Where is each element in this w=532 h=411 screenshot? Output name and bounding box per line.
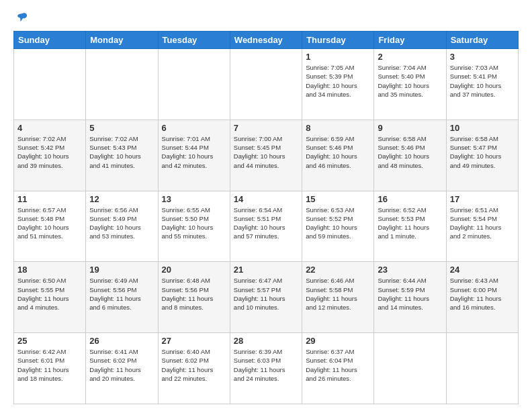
calendar-cell: 7Sunrise: 7:00 AM Sunset: 5:45 PM Daylig… (230, 120, 302, 191)
day-info: Sunrise: 6:52 AM Sunset: 5:53 PM Dayligh… (378, 205, 442, 241)
day-number: 25 (17, 336, 82, 346)
calendar-cell (446, 333, 518, 404)
day-info: Sunrise: 6:39 AM Sunset: 6:03 PM Dayligh… (234, 347, 298, 383)
day-info: Sunrise: 7:05 AM Sunset: 5:39 PM Dayligh… (306, 63, 370, 99)
calendar-cell: 14Sunrise: 6:54 AM Sunset: 5:51 PM Dayli… (230, 191, 302, 262)
weekday-header-friday: Friday (374, 32, 446, 49)
day-number: 22 (306, 265, 370, 275)
day-info: Sunrise: 6:48 AM Sunset: 5:56 PM Dayligh… (162, 276, 226, 312)
calendar-cell: 19Sunrise: 6:49 AM Sunset: 5:56 PM Dayli… (86, 262, 158, 333)
day-number: 17 (450, 194, 515, 204)
calendar-cell: 10Sunrise: 6:58 AM Sunset: 5:47 PM Dayli… (446, 120, 518, 191)
calendar-cell: 24Sunrise: 6:43 AM Sunset: 6:00 PM Dayli… (446, 262, 518, 333)
calendar-cell: 11Sunrise: 6:57 AM Sunset: 5:48 PM Dayli… (14, 191, 86, 262)
calendar-cell: 6Sunrise: 7:01 AM Sunset: 5:44 PM Daylig… (158, 120, 230, 191)
calendar-cell: 22Sunrise: 6:46 AM Sunset: 5:58 PM Dayli… (302, 262, 374, 333)
day-number: 24 (450, 265, 515, 275)
weekday-header-monday: Monday (86, 32, 158, 49)
weekday-header-sunday: Sunday (14, 32, 86, 49)
calendar-cell (374, 333, 446, 404)
weekday-header-saturday: Saturday (446, 32, 518, 49)
day-number: 1 (306, 52, 370, 62)
day-number: 21 (234, 265, 298, 275)
header (13, 11, 519, 26)
calendar-week-5: 25Sunrise: 6:42 AM Sunset: 6:01 PM Dayli… (14, 333, 519, 404)
calendar-week-2: 4Sunrise: 7:02 AM Sunset: 5:42 PM Daylig… (14, 120, 519, 191)
day-number: 16 (378, 194, 442, 204)
day-number: 15 (306, 194, 370, 204)
calendar-cell: 3Sunrise: 7:03 AM Sunset: 5:41 PM Daylig… (446, 49, 518, 120)
calendar-cell: 18Sunrise: 6:50 AM Sunset: 5:55 PM Dayli… (14, 262, 86, 333)
day-info: Sunrise: 6:57 AM Sunset: 5:48 PM Dayligh… (17, 205, 82, 241)
calendar-week-3: 11Sunrise: 6:57 AM Sunset: 5:48 PM Dayli… (14, 191, 519, 262)
day-number: 26 (89, 336, 154, 346)
calendar-cell: 2Sunrise: 7:04 AM Sunset: 5:40 PM Daylig… (374, 49, 446, 120)
calendar-cell: 29Sunrise: 6:37 AM Sunset: 6:04 PM Dayli… (302, 333, 374, 404)
calendar-cell: 5Sunrise: 7:02 AM Sunset: 5:43 PM Daylig… (86, 120, 158, 191)
day-info: Sunrise: 7:04 AM Sunset: 5:40 PM Dayligh… (378, 63, 442, 99)
calendar-cell: 16Sunrise: 6:52 AM Sunset: 5:53 PM Dayli… (374, 191, 446, 262)
day-info: Sunrise: 6:46 AM Sunset: 5:58 PM Dayligh… (306, 276, 370, 312)
calendar-cell: 12Sunrise: 6:56 AM Sunset: 5:49 PM Dayli… (86, 191, 158, 262)
calendar-cell: 4Sunrise: 7:02 AM Sunset: 5:42 PM Daylig… (14, 120, 86, 191)
calendar-week-1: 1Sunrise: 7:05 AM Sunset: 5:39 PM Daylig… (14, 49, 519, 120)
day-number: 5 (89, 123, 154, 133)
day-info: Sunrise: 6:37 AM Sunset: 6:04 PM Dayligh… (306, 347, 370, 383)
calendar-week-4: 18Sunrise: 6:50 AM Sunset: 5:55 PM Dayli… (14, 262, 519, 333)
calendar-cell (14, 49, 86, 120)
calendar-cell (86, 49, 158, 120)
calendar-cell: 13Sunrise: 6:55 AM Sunset: 5:50 PM Dayli… (158, 191, 230, 262)
day-info: Sunrise: 6:44 AM Sunset: 5:59 PM Dayligh… (378, 276, 442, 312)
calendar-cell: 25Sunrise: 6:42 AM Sunset: 6:01 PM Dayli… (14, 333, 86, 404)
day-info: Sunrise: 7:02 AM Sunset: 5:43 PM Dayligh… (89, 134, 154, 170)
calendar-cell: 20Sunrise: 6:48 AM Sunset: 5:56 PM Dayli… (158, 262, 230, 333)
day-info: Sunrise: 6:42 AM Sunset: 6:01 PM Dayligh… (17, 347, 82, 383)
day-info: Sunrise: 6:58 AM Sunset: 5:47 PM Dayligh… (450, 134, 515, 170)
day-info: Sunrise: 7:00 AM Sunset: 5:45 PM Dayligh… (234, 134, 298, 170)
calendar-cell: 21Sunrise: 6:47 AM Sunset: 5:57 PM Dayli… (230, 262, 302, 333)
calendar-cell: 17Sunrise: 6:51 AM Sunset: 5:54 PM Dayli… (446, 191, 518, 262)
day-info: Sunrise: 6:56 AM Sunset: 5:49 PM Dayligh… (89, 205, 154, 241)
calendar-table: SundayMondayTuesdayWednesdayThursdayFrid… (13, 31, 519, 404)
day-info: Sunrise: 6:49 AM Sunset: 5:56 PM Dayligh… (89, 276, 154, 312)
day-number: 9 (378, 123, 442, 133)
page: SundayMondayTuesdayWednesdayThursdayFrid… (0, 0, 532, 411)
day-number: 19 (89, 265, 154, 275)
calendar-cell (230, 49, 302, 120)
day-number: 20 (162, 265, 226, 275)
day-info: Sunrise: 6:41 AM Sunset: 6:02 PM Dayligh… (89, 347, 154, 383)
calendar-cell: 28Sunrise: 6:39 AM Sunset: 6:03 PM Dayli… (230, 333, 302, 404)
day-number: 12 (89, 194, 154, 204)
day-info: Sunrise: 6:58 AM Sunset: 5:46 PM Dayligh… (378, 134, 442, 170)
day-number: 11 (17, 194, 82, 204)
calendar-cell: 8Sunrise: 6:59 AM Sunset: 5:46 PM Daylig… (302, 120, 374, 191)
calendar-cell: 26Sunrise: 6:41 AM Sunset: 6:02 PM Dayli… (86, 333, 158, 404)
calendar-cell: 27Sunrise: 6:40 AM Sunset: 6:02 PM Dayli… (158, 333, 230, 404)
weekday-header-row: SundayMondayTuesdayWednesdayThursdayFrid… (14, 32, 519, 49)
calendar-cell: 1Sunrise: 7:05 AM Sunset: 5:39 PM Daylig… (302, 49, 374, 120)
day-info: Sunrise: 6:55 AM Sunset: 5:50 PM Dayligh… (162, 205, 226, 241)
logo (13, 11, 30, 26)
day-number: 7 (234, 123, 298, 133)
day-info: Sunrise: 6:51 AM Sunset: 5:54 PM Dayligh… (450, 205, 515, 241)
day-number: 8 (306, 123, 370, 133)
day-number: 13 (162, 194, 226, 204)
day-info: Sunrise: 6:53 AM Sunset: 5:52 PM Dayligh… (306, 205, 370, 241)
weekday-header-wednesday: Wednesday (230, 32, 302, 49)
day-info: Sunrise: 7:01 AM Sunset: 5:44 PM Dayligh… (162, 134, 226, 170)
calendar-cell: 9Sunrise: 6:58 AM Sunset: 5:46 PM Daylig… (374, 120, 446, 191)
day-number: 6 (162, 123, 226, 133)
day-number: 3 (450, 52, 515, 62)
day-number: 29 (306, 336, 370, 346)
day-info: Sunrise: 6:47 AM Sunset: 5:57 PM Dayligh… (234, 276, 298, 312)
day-number: 23 (378, 265, 442, 275)
weekday-header-tuesday: Tuesday (158, 32, 230, 49)
day-info: Sunrise: 7:03 AM Sunset: 5:41 PM Dayligh… (450, 63, 515, 99)
day-info: Sunrise: 7:02 AM Sunset: 5:42 PM Dayligh… (17, 134, 82, 170)
day-info: Sunrise: 6:43 AM Sunset: 6:00 PM Dayligh… (450, 276, 515, 312)
day-info: Sunrise: 6:50 AM Sunset: 5:55 PM Dayligh… (17, 276, 82, 312)
day-info: Sunrise: 6:54 AM Sunset: 5:51 PM Dayligh… (234, 205, 298, 241)
day-number: 27 (162, 336, 226, 346)
day-info: Sunrise: 6:59 AM Sunset: 5:46 PM Dayligh… (306, 134, 370, 170)
day-number: 4 (17, 123, 82, 133)
